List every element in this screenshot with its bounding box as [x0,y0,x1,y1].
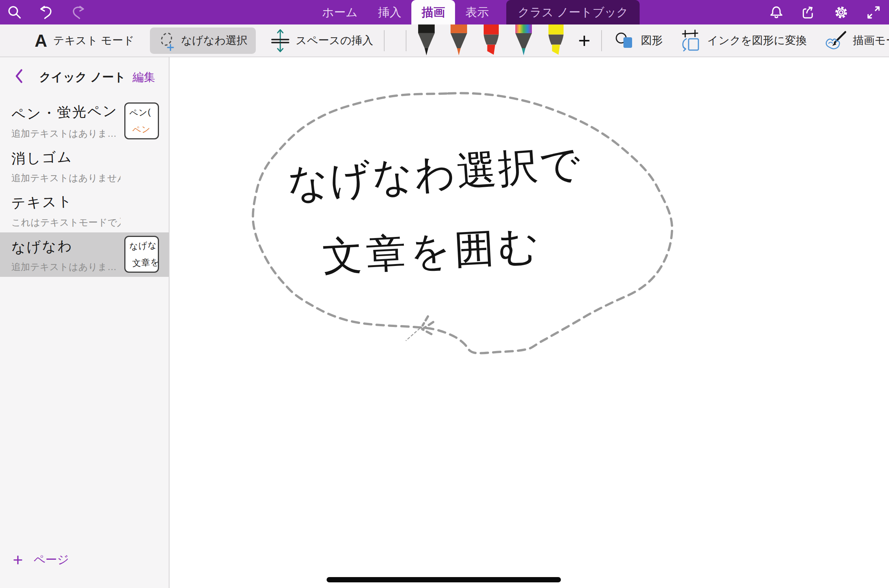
yellow-highlighter-button[interactable] [547,24,565,56]
top-bar: ホーム挿入描画表示クラス ノートブック [0,0,889,24]
lasso-icon [158,31,176,51]
thumbnail-ink-line: ペン [132,123,158,136]
tab-class-notebook[interactable]: クラス ノートブック [506,0,639,24]
thumbnail-ink-line: ペン( [129,106,158,119]
notifications-icon[interactable] [768,5,784,20]
page-subtitle: 追加テキストはありま… [11,127,121,140]
insert-space-label: スペースの挿入 [296,33,373,48]
onenote-window: ホーム挿入描画表示クラス ノートブック A [0,0,889,588]
lasso-selection-outline[interactable] [253,93,672,353]
rainbow-pen-button[interactable] [514,24,533,56]
notebook-section-title: クイック ノート [39,69,126,85]
undo-icon[interactable] [38,5,54,20]
page-thumbnail: なげな文章を [124,236,159,273]
orange-pen-button[interactable] [449,24,468,56]
page-list-item[interactable]: ペン・蛍光ペン追加テキストはありま…ペン(ペン [0,99,169,144]
add-page-button[interactable]: + ページ [13,551,69,568]
tab-home[interactable]: ホーム [312,0,368,24]
toolbar-separator [384,30,385,51]
page-list-item[interactable]: 消しゴム追加テキストはありません [0,144,169,188]
plus-icon: + [13,551,23,568]
shapes-label: 図形 [641,33,663,48]
page-title-ink: 消しゴム [11,147,73,168]
shapes-button[interactable]: 図形 [614,31,663,50]
add-pen-button[interactable]: + [578,25,591,57]
page-thumbnail: ペン(ペン [124,102,159,139]
toolbar-separator [601,30,602,51]
page-list-sidebar: クイック ノート 編集 ペン・蛍光ペン追加テキストはありま…ペン(ペン消しゴム追… [0,57,170,588]
lasso-select-label: なげなわ選択 [181,33,247,48]
share-icon[interactable] [801,5,817,20]
ink-to-shape-button[interactable]: インクを図形に変換 [680,29,807,52]
page-list-item[interactable]: テキストこれはテキストモードで入力し… [0,188,169,232]
red-highlighter-button[interactable] [482,24,501,56]
ink-line-1: なげなわ選択で [286,141,583,206]
page-subtitle: 追加テキストはありません [11,172,121,184]
page-title-ink: なげなわ [11,236,73,257]
toolbar-separator [406,30,406,51]
note-canvas[interactable]: なげなわ選択で 文章を囲む [170,57,889,588]
tab-draw[interactable]: 描画 [411,0,455,24]
fullscreen-icon[interactable] [866,5,881,20]
page-list-item[interactable]: なげなわ追加テキストはありま…なげな文章を [0,232,169,277]
ink-to-shape-icon [680,29,701,52]
page-list: ペン・蛍光ペン追加テキストはありま…ペン(ペン消しゴム追加テキストはありませんテ… [0,99,169,277]
search-icon[interactable] [7,5,23,20]
lasso-select-button[interactable]: なげなわ選択 [150,27,256,54]
thumbnail-ink-line: 文章を [132,256,158,269]
top-bar-right [768,0,881,24]
page-subtitle: これはテキストモードで入力し… [11,216,121,229]
draw-mode-icon [823,31,847,51]
black-pen-button[interactable] [417,24,436,56]
insert-space-button[interactable]: スペースの挿入 [271,28,373,53]
draw-toolbar: A テキスト モード なげなわ選択 スペースの [0,24,889,57]
page-title-ink: ペン・蛍光ペン [11,101,118,124]
text-mode-button[interactable]: A テキスト モード [35,32,134,49]
pen-tray [417,24,565,57]
ink-line-2: 文章を囲む [321,223,544,279]
draw-mode-button[interactable]: 描画モード [823,31,889,51]
handwritten-ink: なげなわ選択で 文章を囲む [286,141,583,279]
shapes-icon [614,31,635,50]
ink-to-shape-label: インクを図形に変換 [707,33,807,48]
text-mode-label: テキスト モード [53,33,134,48]
back-chevron-icon[interactable] [14,69,23,84]
tab-view[interactable]: 表示 [455,0,499,24]
page-title-ink: テキスト [11,192,73,213]
thumbnail-ink-line: なげな [129,239,158,252]
sidebar-header: クイック ノート 編集 [0,57,169,95]
page-subtitle: 追加テキストはありま… [11,261,121,273]
tab-insert[interactable]: 挿入 [368,0,411,24]
redo-icon[interactable] [70,5,86,20]
text-mode-icon: A [35,32,47,49]
add-page-label: ページ [34,552,69,568]
insert-space-icon [271,28,290,53]
home-indicator[interactable] [327,577,561,582]
nav-tabs: ホーム挿入描画表示クラス ノートブック [312,0,640,24]
edit-button[interactable]: 編集 [133,70,155,85]
settings-icon[interactable] [833,5,849,20]
ink-layer: なげなわ選択で 文章を囲む [170,57,889,588]
draw-mode-label: 描画モード [853,33,889,48]
top-bar-left [7,0,86,24]
